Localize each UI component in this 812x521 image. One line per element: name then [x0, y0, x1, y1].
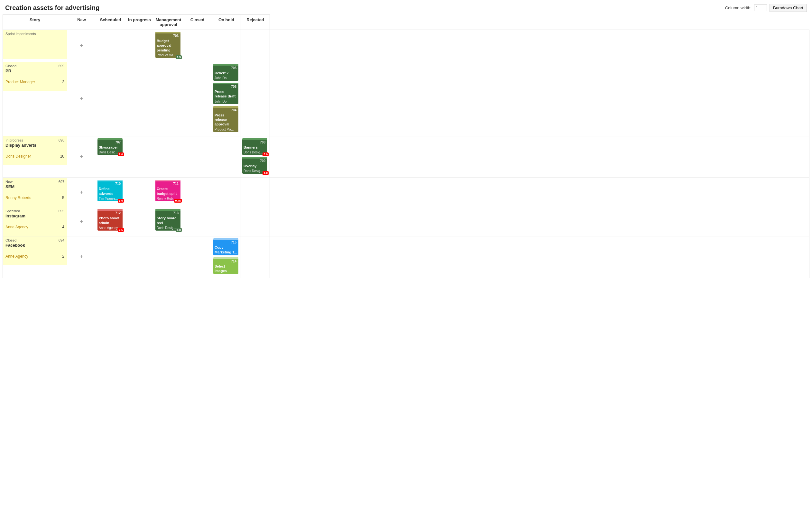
task-cell-rejected	[270, 207, 809, 236]
story-status: Specified	[5, 209, 20, 213]
task-cell-mgmt	[183, 236, 212, 278]
page-header: Creation assets for advertising Column w…	[0, 0, 812, 15]
task-title: Photo shoot admin	[99, 216, 121, 225]
task-badge: 1.8	[176, 228, 182, 232]
task-title: Overlay	[244, 164, 266, 168]
col-header-rejected: Rejected	[241, 15, 270, 30]
table-row: Closed699PRProduct Manager3+705Revert 2J…	[3, 62, 809, 136]
task-body: Revert 2John Do	[213, 70, 239, 81]
add-story-button[interactable]: +	[67, 136, 96, 178]
column-width-label: Column width:	[725, 5, 751, 10]
task-card[interactable]: 715Copy Marketing T...	[213, 238, 239, 255]
task-card[interactable]: 706Press release draftJohn Do	[213, 83, 239, 104]
task-cell-new: 712Photo shoot adminAnne Agency2.5	[96, 207, 125, 236]
task-cell-inprogress: 703Budget approval pendingProduct Ma...1…	[154, 30, 183, 62]
task-cell-new	[96, 62, 125, 136]
task-cell-inprogress: 713Story board reelDoris Desig...1.8	[154, 207, 183, 236]
task-cell-closed	[212, 136, 241, 178]
task-title: Create budget split	[157, 186, 179, 196]
task-cell-inprogress: 711Create budget splitRonny Rob...0.75	[154, 178, 183, 207]
task-title: Copy Marketing T...	[215, 245, 237, 254]
task-title: Story board reel	[157, 216, 179, 225]
task-id: 713	[173, 211, 180, 215]
story-owner: Doris Designer	[5, 154, 31, 159]
task-card[interactable]: 714Select images	[213, 257, 239, 274]
task-cell-onhold	[241, 62, 270, 136]
table-row: Specified695InstagramAnne Agency4+712Pho…	[3, 207, 809, 236]
task-badge: 2.5	[118, 228, 124, 232]
task-cell-rejected	[270, 30, 809, 62]
add-story-button[interactable]: +	[67, 207, 96, 236]
task-card[interactable]: 705Revert 2John Do	[213, 64, 239, 81]
task-cell-mgmt	[183, 207, 212, 236]
task-cell-scheduled	[125, 136, 154, 178]
story-status: New	[5, 180, 13, 184]
task-cell-mgmt	[183, 136, 212, 178]
story-cell-container: Sprint Impediments	[3, 30, 67, 62]
task-title: Budget approval pending	[157, 39, 179, 52]
task-card[interactable]: 711Create budget splitRonny Rob...0.75	[155, 180, 180, 201]
col-header-inprogress: In progress	[125, 15, 154, 30]
task-title: Press release draft	[215, 89, 237, 99]
story-cell-container: Closed699PRProduct Manager3	[3, 62, 67, 136]
task-cell-closed	[212, 30, 241, 62]
add-story-button[interactable]: +	[67, 30, 96, 62]
add-story-button[interactable]: +	[67, 236, 96, 278]
burndown-chart-button[interactable]: Burndown Chart	[769, 4, 807, 12]
task-badge: 2.0	[118, 153, 124, 156]
add-story-button[interactable]: +	[67, 178, 96, 207]
column-width-input[interactable]	[754, 4, 767, 11]
col-header-mgmt: Managementapproval	[154, 15, 183, 30]
task-cell-onhold	[241, 30, 270, 62]
story-count: 2	[62, 254, 64, 258]
task-card[interactable]: 707SkyscraperDoris Desig...2.0	[97, 138, 122, 155]
col-header-closed: Closed	[183, 15, 212, 30]
task-cell-rejected	[270, 178, 809, 207]
story-owner: Anne Agency	[5, 225, 28, 229]
task-card[interactable]: 704Press release approvalProduct Ma...	[213, 106, 239, 132]
kanban-board: Story New Scheduled In progress Manageme…	[3, 15, 809, 278]
task-cell-new: 710Define adwordsTim Teamle...3.0	[96, 178, 125, 207]
story-id: 697	[59, 180, 64, 184]
task-cell-mgmt	[183, 178, 212, 207]
task-body: Press release approvalProduct Ma...	[213, 112, 239, 132]
task-card[interactable]: 709OverlayDoris Desig...1.0	[242, 157, 267, 174]
task-cell-closed	[212, 207, 241, 236]
story-cell: In progress698Display advertsDoris Desig…	[3, 136, 67, 165]
story-cell-container: Closed694FacebookAnne Agency2	[3, 236, 67, 278]
task-body: Press release draftJohn Do	[213, 88, 239, 104]
task-badge: 0.75	[174, 199, 182, 203]
task-cell-inprogress	[154, 236, 183, 278]
story-cell-container: New697SEMRonny Roberts5	[3, 178, 67, 207]
story-cell: Specified695InstagramAnne Agency4	[3, 207, 67, 236]
task-body: Select images	[213, 263, 239, 274]
story-id: 698	[59, 138, 64, 142]
task-card[interactable]: 703Budget approval pendingProduct Ma...1…	[155, 32, 180, 58]
task-id: 709	[260, 159, 266, 163]
col-header-new: New	[67, 15, 96, 30]
task-badge: 1.0	[263, 171, 269, 175]
task-cell-rejected	[270, 62, 809, 136]
task-card[interactable]: 713Story board reelDoris Desig...1.8	[155, 209, 180, 231]
table-row: Closed694FacebookAnne Agency2+715Copy Ma…	[3, 236, 809, 278]
task-cell-inprogress	[154, 136, 183, 178]
task-title: Define adwords	[99, 186, 121, 196]
task-cell-onhold	[241, 236, 270, 278]
page-title: Creation assets for advertising	[5, 4, 99, 12]
task-title: Press release approval	[215, 113, 237, 127]
task-cell-onhold: 708BannersDoris Desig...3.0709OverlayDor…	[241, 136, 270, 178]
task-title: Banners	[244, 145, 266, 150]
story-id: 695	[59, 209, 64, 213]
story-count: 3	[62, 80, 64, 84]
task-cell-scheduled	[125, 30, 154, 62]
task-cell-closed: 705Revert 2John Do706Press release draft…	[212, 62, 241, 136]
task-cell-scheduled	[125, 207, 154, 236]
task-card[interactable]: 712Photo shoot adminAnne Agency2.5	[97, 209, 122, 231]
task-card[interactable]: 710Define adwordsTim Teamle...3.0	[97, 180, 122, 201]
task-card[interactable]: 708BannersDoris Desig...3.0	[242, 138, 267, 155]
task-cell-inprogress	[154, 62, 183, 136]
story-count: 4	[62, 225, 64, 229]
task-id: 708	[260, 140, 266, 144]
add-story-button[interactable]: +	[67, 62, 96, 136]
story-cell-container: Specified695InstagramAnne Agency4	[3, 207, 67, 236]
